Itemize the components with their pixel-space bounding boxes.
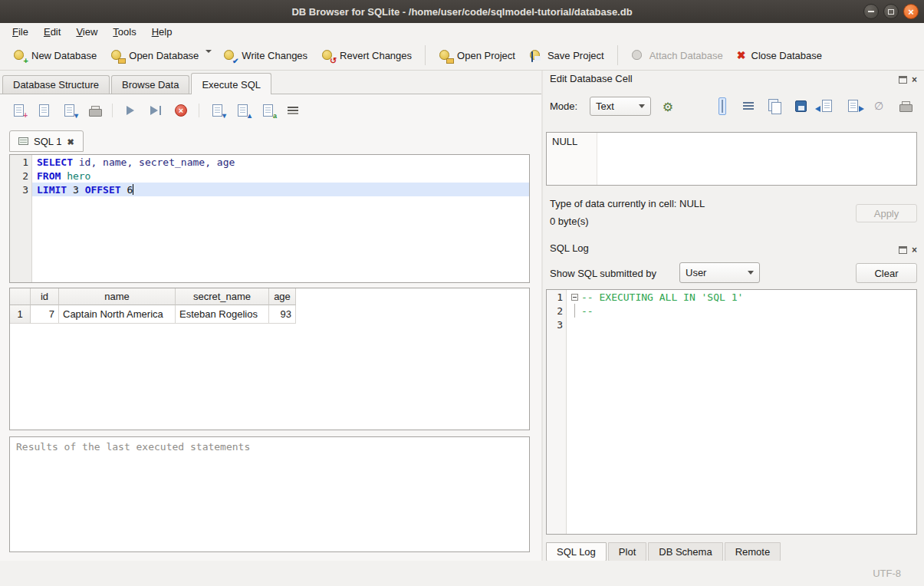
float-panel-icon[interactable] (899, 76, 907, 84)
set-null-icon[interactable] (871, 98, 886, 114)
toolbar-separator (425, 45, 426, 65)
save-results-icon[interactable] (260, 103, 275, 118)
execution-status-text: Results of the last executed statements (16, 441, 250, 453)
close-button[interactable] (903, 4, 919, 19)
execution-status-box: Results of the last executed statements (9, 436, 530, 552)
tab-database-structure[interactable]: Database Structure (2, 75, 110, 94)
fold-marker-icon[interactable] (571, 294, 578, 301)
table-row: 1 7 Captain North America Esteban Rogeli… (10, 305, 529, 324)
sql-editor-toolbar (11, 103, 301, 118)
mode-label: Mode: (550, 100, 577, 112)
attach-database-button: Attach Database (624, 44, 730, 67)
column-header-id[interactable]: id (31, 288, 59, 305)
close-database-button[interactable]: Close Database (730, 44, 829, 66)
encoding-indicator: UTF-8 (873, 568, 901, 579)
close-sql-tab-icon[interactable] (67, 136, 74, 147)
text-mode-icon[interactable] (715, 98, 730, 114)
write-changes-icon (223, 49, 236, 62)
maximize-button[interactable] (883, 4, 899, 19)
import-cell-icon[interactable] (819, 98, 834, 114)
open-database-dropdown[interactable] (206, 45, 216, 66)
column-header-secret-name[interactable]: secret_name (176, 288, 269, 305)
chevron-down-icon (206, 50, 212, 64)
new-database-button[interactable]: New Database (6, 44, 104, 67)
cell-type-info: Type of data currently in cell: NULL (550, 198, 705, 209)
row-header[interactable]: 1 (10, 305, 31, 324)
open-database-icon (110, 49, 123, 62)
sql-log-title: SQL Log (550, 242, 589, 254)
cell-name[interactable]: Captain North America (59, 305, 176, 324)
cell-settings-button[interactable] (658, 97, 678, 117)
sql-tab-sql1[interactable]: SQL 1 (9, 130, 84, 152)
save-project-icon (529, 49, 542, 62)
editor-line: 1 SELECT id, name, secret_name, age (10, 155, 529, 169)
sql-log-view[interactable]: 1 -- EXECUTING ALL IN 'SQL 1' 2 -- 3 (546, 289, 917, 535)
export-results-icon[interactable] (209, 103, 225, 118)
stop-execution-icon[interactable] (173, 103, 189, 118)
open-in-tab-icon[interactable] (235, 103, 250, 118)
menu-edit[interactable]: Edit (36, 23, 68, 41)
sql-log-dock-controls (899, 244, 917, 255)
log-filter-label: Show SQL submitted by (550, 268, 656, 279)
editor-line: 2 FROM hero (10, 169, 529, 183)
minimize-button[interactable] (863, 4, 879, 19)
execute-sql-panel: SQL 1 1 SELECT id, name, secret_name, ag… (0, 94, 541, 561)
print-cell-icon[interactable] (897, 98, 912, 114)
gear-icon (663, 100, 673, 114)
dock-tab-bar: SQL Log Plot DB Schema Remote (546, 542, 781, 561)
window-controls (863, 4, 919, 19)
close-panel-icon[interactable] (912, 74, 917, 85)
revert-changes-button[interactable]: Revert Changes (314, 44, 419, 67)
tab-execute-sql[interactable]: Execute SQL (191, 73, 271, 94)
format-sql-icon[interactable] (285, 103, 301, 118)
menu-help[interactable]: Help (144, 23, 180, 41)
apply-button: Apply (856, 204, 917, 222)
execute-line-icon[interactable] (148, 103, 163, 118)
revert-changes-icon (321, 49, 334, 62)
word-wrap-icon[interactable] (741, 98, 756, 114)
new-database-icon (13, 49, 26, 62)
cell-editor[interactable]: NULL (546, 132, 917, 186)
column-header-name[interactable]: name (59, 288, 176, 305)
new-sql-tab-icon[interactable] (11, 103, 26, 118)
editor-current-line: 3 LIMIT 3 OFFSET 6 (10, 183, 529, 196)
cell-id[interactable]: 7 (31, 305, 59, 324)
right-dock: Edit Database Cell Mode: Text NULL Type … (543, 71, 924, 561)
cell-age[interactable]: 93 (269, 305, 296, 324)
cell-size-info: 0 byte(s) (550, 216, 589, 227)
menu-view[interactable]: View (68, 23, 105, 41)
open-sql-file-icon[interactable] (36, 103, 51, 118)
save-cell-icon[interactable] (793, 98, 808, 114)
toolbar-separator (112, 104, 113, 117)
mode-select[interactable]: Text (590, 97, 651, 116)
save-sql-file-icon[interactable] (61, 103, 77, 118)
dock-tab-sql-log[interactable]: SQL Log (546, 542, 607, 561)
close-panel-icon[interactable] (912, 244, 917, 255)
sql-editor[interactable]: 1 SELECT id, name, secret_name, age 2 FR… (9, 154, 530, 283)
cell-value: NULL (552, 136, 577, 147)
fold-guide-line (574, 304, 575, 318)
clear-log-button[interactable]: Clear (856, 263, 917, 283)
menu-tools[interactable]: Tools (105, 23, 143, 41)
open-database-button[interactable]: Open Database (104, 44, 206, 67)
export-cell-icon[interactable] (845, 98, 860, 114)
dock-tab-db-schema[interactable]: DB Schema (648, 542, 722, 561)
titlebar[interactable]: DB Browser for SQLite - /home/user/code/… (0, 0, 924, 23)
save-project-button[interactable]: Save Project (522, 44, 611, 67)
dock-tab-remote[interactable]: Remote (725, 542, 781, 561)
column-header-age[interactable]: age (269, 288, 296, 305)
print-sql-icon[interactable] (87, 103, 102, 118)
open-project-icon (439, 49, 452, 62)
open-project-button[interactable]: Open Project (432, 44, 522, 67)
main-tab-bar: Database Structure Browse Data Execute S… (0, 73, 273, 94)
tab-browse-data[interactable]: Browse Data (111, 75, 189, 94)
cell-secret-name[interactable]: Esteban Rogelios (176, 305, 269, 324)
write-changes-button[interactable]: Write Changes (216, 44, 314, 67)
log-line: 2 -- (547, 304, 916, 318)
execute-all-icon[interactable] (123, 103, 138, 118)
copy-cell-icon[interactable] (767, 98, 782, 114)
log-filter-select[interactable]: User (679, 262, 760, 283)
menu-file[interactable]: File (5, 23, 36, 41)
float-panel-icon[interactable] (899, 246, 907, 254)
dock-tab-plot[interactable]: Plot (608, 542, 646, 561)
